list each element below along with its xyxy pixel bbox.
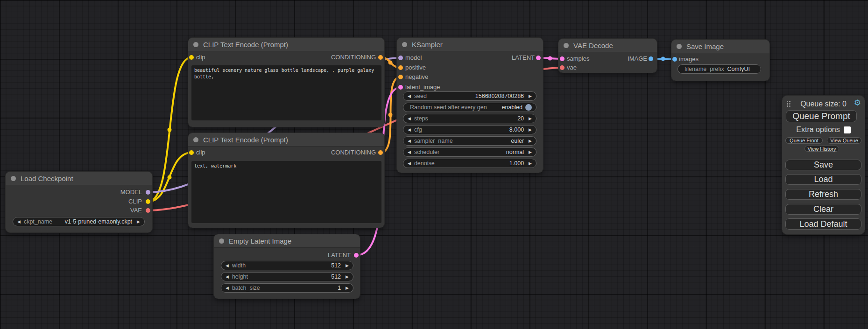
input-slot-label: clip: [196, 149, 205, 156]
node-status-dot: [564, 43, 569, 48]
node-title-bar[interactable]: KSampler: [397, 38, 543, 51]
extra-options-checkbox[interactable]: [844, 126, 851, 133]
widget-value: enabled: [502, 104, 523, 111]
image-output-port[interactable]: [649, 56, 653, 61]
node-save-image[interactable]: Save Image images filename_prefix ComfyU…: [671, 40, 769, 81]
widget-label: batch_size: [232, 285, 260, 291]
right-arrow-icon[interactable]: ▶: [346, 283, 349, 293]
widget-label: ckpt_name: [24, 218, 52, 225]
right-arrow-icon[interactable]: ▶: [346, 272, 349, 281]
left-arrow-icon[interactable]: ◀: [408, 159, 411, 168]
clear-button[interactable]: Clear: [785, 204, 861, 215]
left-arrow-icon[interactable]: ◀: [408, 147, 411, 157]
model-input-port[interactable]: [398, 56, 403, 60]
node-status-dot: [677, 44, 682, 49]
widget-value: ComfyUI: [727, 66, 750, 72]
left-arrow-icon[interactable]: ◀: [226, 272, 229, 281]
denoise-widget[interactable]: ◀ denoise 1.000 ▶: [403, 159, 536, 168]
widget-value: 512: [331, 262, 341, 269]
refresh-button[interactable]: Refresh: [785, 189, 861, 200]
output-slot-label: LATENT: [328, 252, 351, 259]
widget-label: height: [232, 273, 248, 280]
latent-output-port[interactable]: [536, 56, 541, 60]
left-arrow-icon[interactable]: ◀: [408, 136, 411, 146]
prompt-textarea[interactable]: text, watermark: [191, 161, 381, 223]
latent-output-port[interactable]: [354, 253, 359, 258]
widget-value: 512: [331, 273, 341, 280]
vae-output-port[interactable]: [146, 208, 150, 213]
node-clip-text-encode-positive[interactable]: CLIP Text Encode (Prompt) clip CONDITION…: [188, 38, 384, 127]
right-arrow-icon[interactable]: ▶: [529, 114, 532, 123]
right-arrow-icon[interactable]: ▶: [346, 261, 349, 270]
load-button[interactable]: Load: [785, 174, 861, 185]
node-title-bar[interactable]: VAE Decode: [558, 39, 657, 52]
model-output-port[interactable]: [146, 190, 150, 195]
queue-prompt-button[interactable]: Queue Prompt: [786, 110, 857, 122]
load-default-button[interactable]: Load Default: [785, 218, 861, 230]
node-title-bar[interactable]: Empty Latent Image: [214, 234, 360, 248]
seed-widget[interactable]: ◀ seed 156680208700286 ▶: [403, 91, 536, 101]
node-title-bar[interactable]: CLIP Text Encode (Prompt): [188, 133, 384, 147]
right-arrow-icon[interactable]: ▶: [529, 125, 532, 134]
prompt-textarea[interactable]: beautiful scenery nature glass bottle la…: [191, 65, 381, 120]
widget-label: cfg: [414, 126, 422, 133]
positive-input-port[interactable]: [398, 65, 403, 70]
ckpt-name-widget[interactable]: ◀ ckpt_name v1-5-pruned-emaonly.ckpt ▶: [13, 217, 145, 226]
graph-canvas[interactable]: { "colors": { "model": "#B39DDB", "clip"…: [0, 0, 868, 329]
input-slot-label: samples: [567, 55, 589, 63]
input-slot-label: images: [679, 56, 699, 63]
node-title-bar[interactable]: Load Checkpoint: [6, 172, 152, 185]
left-arrow-icon[interactable]: ◀: [408, 91, 411, 101]
view-queue-button[interactable]: View Queue: [827, 137, 861, 144]
height-widget[interactable]: ◀ height 512 ▶: [221, 272, 353, 281]
node-load-checkpoint[interactable]: Load Checkpoint MODEL CLIP VAE ◀ ckpt_na…: [6, 172, 152, 232]
filename-prefix-widget[interactable]: filename_prefix ComfyUI: [677, 64, 761, 74]
queue-front-button[interactable]: Queue Front: [785, 137, 823, 144]
view-history-button[interactable]: View History: [804, 146, 839, 152]
right-arrow-icon[interactable]: ▶: [529, 159, 532, 168]
queue-menu-panel[interactable]: Queue size: 0 ⚙ Queue Prompt Extra optio…: [782, 96, 865, 234]
clip-output-port[interactable]: [146, 199, 150, 204]
input-slot-label: negative: [405, 73, 428, 81]
input-slot-label: model: [405, 54, 422, 62]
images-input-port[interactable]: [672, 57, 677, 62]
left-arrow-icon[interactable]: ◀: [17, 217, 21, 226]
left-arrow-icon[interactable]: ◀: [226, 261, 229, 270]
negative-input-port[interactable]: [398, 75, 403, 79]
left-arrow-icon[interactable]: ◀: [226, 283, 229, 293]
link-dot: [168, 128, 172, 132]
latent-image-input-port[interactable]: [398, 85, 403, 90]
left-arrow-icon[interactable]: ◀: [408, 125, 411, 134]
right-arrow-icon[interactable]: ▶: [529, 147, 532, 157]
gear-icon[interactable]: ⚙: [854, 99, 861, 107]
conditioning-output-port[interactable]: [378, 55, 383, 60]
node-clip-text-encode-negative[interactable]: CLIP Text Encode (Prompt) clip CONDITION…: [188, 133, 384, 228]
save-button[interactable]: Save: [785, 160, 861, 170]
steps-widget[interactable]: ◀ steps 20 ▶: [403, 114, 536, 123]
random-seed-toggle-widget[interactable]: Random seed after every gen enabled: [403, 103, 536, 112]
widget-label: denoise: [414, 160, 435, 167]
clip-input-port[interactable]: [189, 55, 194, 60]
node-status-dot: [219, 238, 224, 244]
conditioning-output-port[interactable]: [378, 150, 383, 155]
clip-input-port[interactable]: [189, 150, 194, 155]
right-arrow-icon[interactable]: ▶: [529, 136, 532, 146]
scheduler-widget[interactable]: ◀ scheduler normal ▶: [403, 147, 536, 157]
cfg-widget[interactable]: ◀ cfg 8.000 ▶: [403, 125, 536, 134]
batch-size-widget[interactable]: ◀ batch_size 1 ▶: [221, 283, 353, 293]
right-arrow-icon[interactable]: ▶: [529, 91, 532, 101]
node-vae-decode[interactable]: VAE Decode samples vae IMAGE: [558, 39, 657, 73]
right-arrow-icon[interactable]: ▶: [137, 217, 140, 226]
node-title-bar[interactable]: Save Image: [671, 40, 769, 53]
widget-label: seed: [414, 93, 427, 99]
left-arrow-icon[interactable]: ◀: [408, 114, 411, 123]
node-title-bar[interactable]: CLIP Text Encode (Prompt): [188, 38, 384, 51]
node-ksampler[interactable]: KSampler model positive negative latent_…: [397, 38, 543, 173]
sampler-name-widget[interactable]: ◀ sampler_name euler ▶: [403, 136, 536, 146]
node-empty-latent-image[interactable]: Empty Latent Image LATENT ◀ width 512 ▶ …: [214, 234, 360, 299]
samples-input-port[interactable]: [560, 56, 565, 61]
toggle-dot-icon[interactable]: [525, 104, 532, 111]
vae-input-port[interactable]: [560, 65, 565, 70]
output-slot-label: VAE: [130, 207, 142, 214]
width-widget[interactable]: ◀ width 512 ▶: [221, 261, 353, 270]
